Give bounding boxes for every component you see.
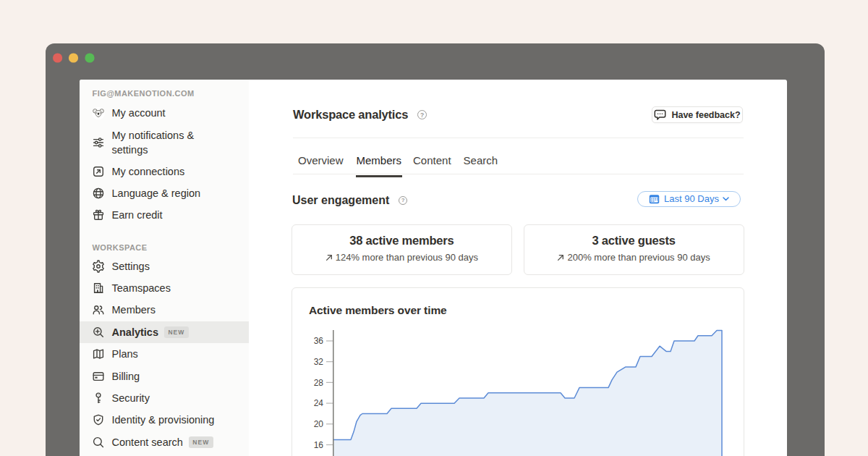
svg-text:28: 28: [314, 378, 324, 388]
svg-text:32: 32: [314, 357, 324, 367]
svg-text:36: 36: [314, 336, 324, 346]
svg-text:20: 20: [314, 419, 324, 429]
svg-text:24: 24: [314, 398, 324, 408]
svg-text:16: 16: [314, 440, 324, 450]
